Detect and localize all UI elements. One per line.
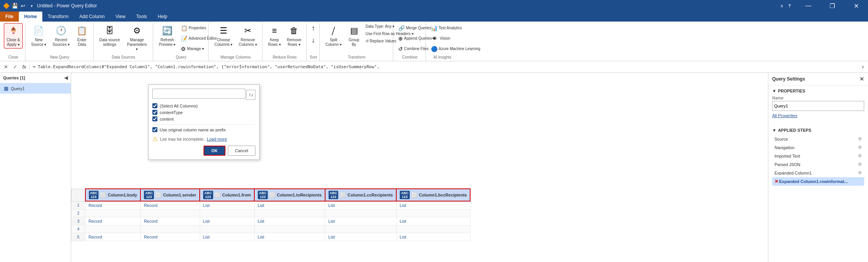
tab-transform[interactable]: Transform [42,12,74,22]
queries-panel-collapse-button[interactable]: ◀ [64,75,68,81]
close-apply-button[interactable]: 📥 ✕ Close &Apply ▾ [4,23,23,49]
group-by-button[interactable]: ▤ GroupBy [345,23,363,49]
grid-cell-bccRecipients[interactable]: List [396,201,470,210]
col-expand-cc[interactable]: ⬜ [340,192,346,198]
col-expand-sender[interactable]: ⬜ [155,192,162,198]
step-navigation[interactable]: Navigation ⚙ [772,143,864,151]
maximize-button[interactable]: ❐ [823,0,841,12]
step-source-gear[interactable]: ⚙ [858,136,862,141]
col-expand-body[interactable]: ⬜ [100,192,106,198]
step-navigation-gear[interactable]: ⚙ [858,145,862,150]
azure-ml-button[interactable]: 🔵 Azure Machine Learning [429,44,456,54]
refresh-preview-button[interactable]: 🔄 RefreshPreview ▾ [156,23,178,49]
expand-cancel-button[interactable]: Cancel [228,146,255,156]
query-item-query1[interactable]: ▦ Query1 [0,83,71,94]
expand-select-all-item[interactable]: (Select All Columns) [152,103,255,108]
step-imported-text-gear[interactable]: ⚙ [858,153,862,158]
grid-cell-sender[interactable] [140,225,200,233]
grid-cell-toRecipients[interactable]: List [254,217,325,225]
grid-cell-sender[interactable]: Record [140,201,200,210]
grid-cell-ccRecipients[interactable] [325,225,396,233]
undo-icon[interactable]: ↩ [20,3,26,9]
col-expand-to[interactable]: ⬜ [269,192,275,198]
grid-cell-toRecipients[interactable]: List [254,233,325,241]
step-parsed-json-gear[interactable]: ⚙ [858,162,862,167]
text-analytics-button[interactable]: 📊 Text Analytics [429,23,456,33]
save-icon[interactable]: 💾 [12,3,18,9]
settings-panel-close-button[interactable]: ✕ [860,76,864,82]
expand-content-item[interactable]: content [152,116,255,121]
grid-cell-from[interactable]: List [200,217,254,225]
grid-cell-sender[interactable]: Record [140,233,200,241]
grid-cell-body[interactable]: Record [85,217,141,225]
replace-values-button[interactable]: ↺ Replace Values [364,38,391,45]
combine-files-button[interactable]: ↺ Combine Files [396,44,423,54]
sort-asc-button[interactable]: ↑ [310,23,317,34]
data-type-button[interactable]: Data Type: Any ▾ [364,23,391,30]
grid-cell-from[interactable] [200,210,254,217]
dropdown-icon[interactable]: ▾ [28,3,35,9]
tab-help[interactable]: Help [152,12,173,22]
tab-file[interactable]: File [0,12,19,22]
tab-home[interactable]: Home [19,12,42,22]
step-expanded-column1[interactable]: Expanded Column1 ⚙ [772,169,864,177]
merge-queries-button[interactable]: 🔗 Merge Queries ▾ [396,23,423,33]
col-expand-bcc[interactable]: ⬜ [411,192,417,198]
expand-sort-button[interactable]: ↑↓ [246,90,255,100]
sort-desc-button[interactable]: ↓ [310,35,317,45]
grid-cell-body[interactable] [85,225,141,233]
grid-cell-toRecipients[interactable] [254,225,325,233]
grid-col-header-cc[interactable]: ABC123 ⬜ Column1.ccRecipients [325,189,396,201]
expand-prefix-checkbox[interactable] [152,127,157,132]
close-button[interactable]: ✕ [847,0,865,12]
help-button[interactable]: ? [786,2,793,10]
query-name-input[interactable] [772,101,864,111]
minimize-button[interactable]: — [800,0,817,12]
expand-contentType-checkbox[interactable] [152,110,157,115]
grid-col-header-bcc[interactable]: ABC123 ⬜ Column1.bccRecipients [396,189,470,201]
grid-cell-body[interactable] [85,210,141,217]
choose-columns-button[interactable]: ☰ ChooseColumns ▾ [212,23,235,49]
tab-view[interactable]: View [110,12,131,22]
keep-rows-button[interactable]: ≡ KeepRows ▾ [265,23,284,49]
append-queries-button[interactable]: ⊕ Append Queries ▾ [396,34,423,44]
grid-container[interactable]: ABC123 ⬜ Column1.body ABC123 ⬜ Column1.s… [71,188,768,262]
grid-cell-ccRecipients[interactable]: List [325,201,396,210]
properties-button[interactable]: 📋 Properties [179,23,206,33]
expand-contentType-item[interactable]: contentType [152,110,255,115]
split-column-button[interactable]: ⧸ SplitColumn ▾ [323,23,344,49]
grid-col-header-sender[interactable]: ABC123 ⬜ Column1.sender [140,189,200,201]
expand-select-all-checkbox[interactable] [152,103,157,108]
step-source[interactable]: Source ⚙ [772,135,864,143]
expand-load-more-link[interactable]: Load more [207,137,227,141]
step-delete-icon[interactable]: ✕ [775,179,778,184]
remove-columns-button[interactable]: ✂ RemoveColumns ▾ [236,23,259,49]
grid-cell-toRecipients[interactable] [254,210,325,217]
expand-content-checkbox[interactable] [152,116,157,121]
new-source-button[interactable]: 📄 NewSource ▾ [28,23,49,49]
col-expand-from[interactable]: ⬜ [215,192,221,198]
recent-sources-button[interactable]: 🕐 RecentSources ▾ [50,23,72,49]
tab-add-column[interactable]: Add Column [74,12,110,22]
step-expanded-column1-gear[interactable]: ⚙ [858,170,862,175]
step-parsed-json[interactable]: Parsed JSON ⚙ [772,160,864,168]
grid-cell-body[interactable]: Record [85,201,141,210]
advanced-editor-button[interactable]: 📝 Advanced Editor [179,34,206,44]
use-first-row-button[interactable]: Use First Row as Headers ▾ [364,30,391,37]
grid-cell-sender[interactable] [140,210,200,217]
grid-col-header-body[interactable]: ABC123 ⬜ Column1.body [85,189,141,201]
grid-cell-ccRecipients[interactable]: List [325,217,396,225]
grid-cell-bccRecipients[interactable]: List [396,233,470,241]
tab-tools[interactable]: Tools [131,12,152,22]
grid-cell-from[interactable]: List [200,201,254,210]
grid-cell-bccRecipients[interactable]: List [396,217,470,225]
grid-cell-ccRecipients[interactable] [325,210,396,217]
grid-cell-ccRecipients[interactable]: List [325,233,396,241]
grid-cell-from[interactable]: List [200,233,254,241]
formula-confirm-button[interactable]: ✓ [11,63,19,71]
step-imported-text[interactable]: Imported Text ⚙ [772,152,864,160]
grid-cell-sender[interactable]: Record [140,217,200,225]
formula-expand-button[interactable]: ∨ [859,65,866,69]
formula-input[interactable] [31,63,857,71]
grid-cell-body[interactable]: Record [85,233,141,241]
